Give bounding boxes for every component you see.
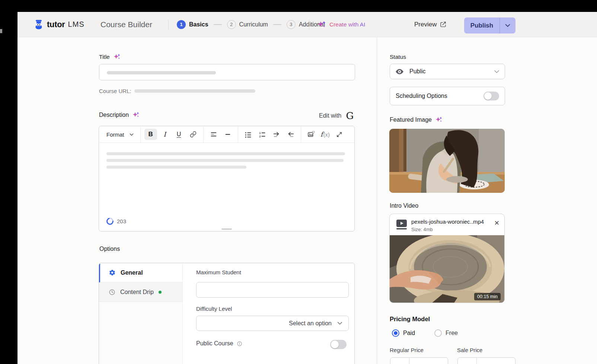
toggle-knob bbox=[484, 92, 492, 100]
step-number-badge: 3 bbox=[287, 20, 296, 29]
formula-f: f bbox=[320, 131, 323, 138]
numbered-list-button[interactable]: 1 2 bbox=[256, 129, 269, 140]
chevron-down-icon bbox=[130, 133, 134, 136]
page-title: Course Builder bbox=[100, 20, 152, 29]
intro-video-label: Intro Video bbox=[390, 202, 418, 209]
expand-icon bbox=[336, 131, 342, 138]
insert-image-button[interactable] bbox=[305, 129, 317, 140]
radio-unselected-icon bbox=[434, 329, 442, 337]
indent-button[interactable] bbox=[270, 129, 283, 140]
step-basics[interactable]: 1 Basics bbox=[177, 20, 208, 29]
preview-label: Preview bbox=[414, 21, 437, 28]
chevron-down-icon bbox=[494, 70, 499, 73]
scheduling-options-card: Scheduling Options bbox=[390, 87, 505, 105]
tab-label: Content Drip bbox=[120, 289, 154, 296]
remove-video-button[interactable]: ✕ bbox=[494, 219, 499, 227]
tab-label: General bbox=[121, 269, 143, 276]
brand-suffix: LMS bbox=[68, 20, 84, 29]
video-thumbnail[interactable]: 00:15 min bbox=[390, 235, 504, 303]
app-window: tutor LMS Course Builder 1 Basics 2 Curr… bbox=[0, 0, 597, 364]
horizontal-rule-button[interactable] bbox=[221, 129, 234, 140]
header: tutor LMS Course Builder 1 Basics 2 Curr… bbox=[17, 12, 597, 37]
editor-toolbar: Format B I U bbox=[99, 126, 354, 143]
ai-sparkle-icon[interactable] bbox=[133, 111, 140, 118]
outdent-button[interactable] bbox=[284, 129, 297, 140]
align-button[interactable] bbox=[207, 129, 220, 140]
formula-x: (x) bbox=[323, 131, 330, 138]
public-course-toggle[interactable] bbox=[330, 340, 347, 349]
align-left-icon bbox=[210, 131, 217, 138]
status-select[interactable]: Public bbox=[390, 64, 505, 79]
tab-general[interactable]: General bbox=[99, 263, 182, 282]
options-panel: General Content Drip Maximum Student Dif… bbox=[99, 263, 355, 364]
info-icon[interactable] bbox=[237, 341, 242, 347]
preview-button[interactable]: Preview bbox=[414, 21, 446, 28]
tab-content-drip[interactable]: Content Drip bbox=[99, 282, 182, 302]
main-panel: Title Course URL: Description Edit with bbox=[17, 37, 377, 364]
outdent-icon bbox=[287, 131, 294, 138]
description-label: Description bbox=[99, 112, 129, 118]
radio-free[interactable]: Free bbox=[434, 329, 458, 337]
publish-dropdown-button[interactable] bbox=[499, 17, 515, 33]
svg-text:2: 2 bbox=[259, 135, 261, 138]
bullet-list-button[interactable] bbox=[242, 129, 255, 140]
numbered-list-icon: 1 2 bbox=[259, 131, 266, 138]
bold-button[interactable]: B bbox=[144, 129, 157, 140]
step-navigation: 1 Basics 2 Curriculum 3 Additional bbox=[177, 20, 325, 29]
ai-sparkle-icon[interactable] bbox=[435, 116, 443, 123]
format-dropdown[interactable]: Format bbox=[103, 131, 137, 138]
editor-loading-skeleton bbox=[106, 152, 345, 155]
scheduling-options-toggle[interactable] bbox=[483, 92, 499, 100]
video-file-icon bbox=[396, 219, 407, 232]
indent-icon bbox=[273, 131, 280, 138]
step-label: Basics bbox=[189, 21, 208, 28]
editor-resize-handle[interactable] bbox=[221, 229, 232, 230]
difficulty-level-select[interactable]: Select an option bbox=[196, 316, 349, 331]
currency-segment[interactable] bbox=[390, 358, 409, 364]
sidebar-panel: Status Public Scheduling Options Feature… bbox=[377, 37, 597, 364]
header-divider bbox=[309, 20, 309, 29]
eye-icon bbox=[395, 68, 404, 75]
publish-button[interactable]: Publish bbox=[464, 17, 499, 33]
step-connector bbox=[273, 24, 281, 25]
link-icon bbox=[190, 131, 197, 138]
featured-image-preview[interactable] bbox=[389, 129, 505, 193]
create-with-ai-button[interactable]: Create with AI bbox=[317, 20, 365, 29]
step-connector bbox=[214, 24, 222, 25]
title-input[interactable] bbox=[99, 64, 355, 80]
external-link-icon bbox=[440, 21, 446, 28]
maximum-student-input[interactable] bbox=[196, 282, 349, 298]
brand-logo[interactable]: tutor LMS bbox=[33, 19, 84, 30]
italic-button[interactable]: I bbox=[159, 129, 171, 140]
difficulty-selected-value: Select an option bbox=[289, 320, 332, 327]
horizontal-rule-icon bbox=[224, 131, 231, 138]
difficulty-level-label: Difficulty Level bbox=[196, 306, 232, 312]
wordcount-spinner-icon bbox=[105, 216, 115, 226]
tutor-owl-icon bbox=[33, 19, 44, 30]
regular-price-input[interactable] bbox=[390, 357, 448, 364]
publish-split-button: Publish bbox=[464, 17, 515, 33]
ai-sparkle-icon[interactable] bbox=[114, 53, 121, 60]
course-url-loading-skeleton bbox=[134, 89, 255, 93]
sale-price-input[interactable] bbox=[457, 357, 515, 364]
formula-button[interactable]: f (x) bbox=[319, 129, 332, 140]
edit-with-label: Edit with bbox=[319, 112, 341, 119]
edit-with-gutenberg-button[interactable]: Edit with G bbox=[319, 110, 354, 121]
toolbar-separator bbox=[140, 126, 141, 143]
scheduling-options-label: Scheduling Options bbox=[396, 93, 447, 99]
step-curriculum[interactable]: 2 Curriculum bbox=[227, 20, 268, 29]
fullscreen-button[interactable] bbox=[333, 129, 346, 140]
status-dot bbox=[159, 291, 162, 294]
video-filename: pexels-joshua-woroniec..mp4 bbox=[411, 218, 484, 225]
title-loading-skeleton bbox=[107, 71, 216, 74]
title-label: Title bbox=[99, 54, 110, 60]
toolbar-separator bbox=[301, 126, 301, 143]
currency-segment[interactable] bbox=[458, 358, 477, 364]
regular-price-label: Regular Price bbox=[390, 347, 424, 353]
radio-paid[interactable]: Paid bbox=[392, 329, 415, 337]
link-button[interactable] bbox=[187, 129, 199, 140]
underline-button[interactable]: U bbox=[173, 129, 185, 140]
clock-icon bbox=[109, 289, 115, 296]
radio-selected-icon bbox=[392, 329, 399, 337]
status-label: Status bbox=[390, 54, 406, 60]
